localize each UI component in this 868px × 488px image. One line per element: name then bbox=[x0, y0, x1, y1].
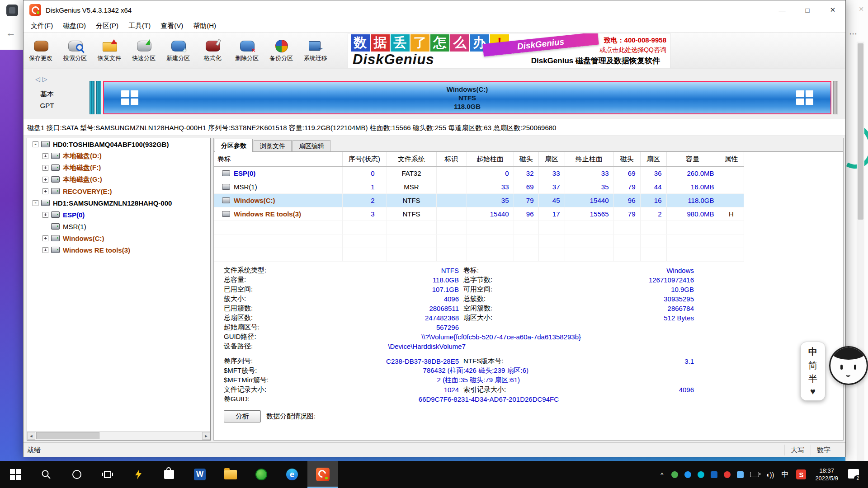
expand-icon[interactable]: + bbox=[42, 247, 48, 253]
disk-nav-arrows[interactable]: ◁▷ bbox=[35, 75, 50, 83]
new-partition-button[interactable]: + 新建分区 bbox=[161, 33, 195, 69]
col-attr[interactable]: 属性 bbox=[719, 152, 744, 167]
col-sector[interactable]: 扇区 bbox=[538, 152, 565, 167]
delete-partition-button[interactable]: × 删除分区 bbox=[230, 33, 264, 69]
prev-disk-icon[interactable]: ◁ bbox=[35, 75, 42, 83]
partition-block-windows-c[interactable]: Windows(C:) NTFS 118.0GB bbox=[103, 81, 831, 114]
tree-item-local-d[interactable]: + 本地磁盘(D:) bbox=[27, 150, 210, 162]
sogou-icon[interactable]: S bbox=[796, 469, 806, 479]
tree-item-recovery-e[interactable]: + RECOVERY(E:) bbox=[27, 185, 210, 197]
volume-icon[interactable]: ◖)) bbox=[765, 471, 774, 479]
partition-block-re-tools[interactable] bbox=[833, 81, 838, 114]
tree-item-local-g[interactable]: + 本地磁盘(G:) bbox=[27, 174, 210, 185]
tree-item-local-f[interactable]: + 本地磁盘(F:) bbox=[27, 162, 210, 174]
partition-block-esp[interactable] bbox=[90, 81, 94, 114]
col-head[interactable]: 磁头 bbox=[514, 152, 538, 167]
tray-icon-blue[interactable] bbox=[684, 471, 691, 478]
tray-icon-red[interactable] bbox=[724, 471, 731, 478]
expand-icon[interactable]: + bbox=[42, 165, 48, 171]
menu-disk[interactable]: 磁盘(D) bbox=[58, 22, 91, 30]
minimize-button[interactable]: — bbox=[769, 0, 795, 19]
scroll-left-icon[interactable]: ◄ bbox=[27, 432, 35, 440]
ime-mode-halfwidth[interactable]: 半 bbox=[808, 373, 817, 385]
menu-view[interactable]: 查看(V) bbox=[156, 22, 188, 30]
col-sector2[interactable]: 扇区 bbox=[640, 152, 666, 167]
expand-icon[interactable]: + bbox=[42, 177, 48, 183]
partition-row-windows-c-selected[interactable]: Windows(C:) 2 NTFS 35 79 45 15440 96 16 … bbox=[214, 194, 744, 207]
tray-chevron-icon[interactable]: ^ bbox=[656, 471, 668, 478]
heart-icon[interactable]: ♥ bbox=[810, 386, 816, 397]
pinned-app-browser[interactable] bbox=[246, 461, 277, 488]
recover-files-button[interactable]: 恢复文件 bbox=[92, 33, 127, 69]
collapse-icon[interactable]: - bbox=[33, 200, 38, 206]
background-close-icon[interactable]: ✕ bbox=[859, 5, 864, 13]
quick-partition-button[interactable]: 快速分区 bbox=[127, 33, 161, 69]
action-center-button[interactable]: 2 bbox=[848, 469, 861, 480]
banner-qq-link[interactable]: 或点击此处选择QQ咨询 bbox=[599, 46, 666, 54]
partition-row-windows-re[interactable]: Windows RE tools(3) 3 NTFS 15440 96 17 1… bbox=[214, 207, 744, 221]
diskgenius-taskbar-button[interactable] bbox=[307, 461, 338, 488]
expand-icon[interactable]: + bbox=[42, 212, 48, 218]
edge-button[interactable]: e bbox=[277, 461, 307, 488]
col-head2[interactable]: 磁头 bbox=[613, 152, 640, 167]
tree-item-windows-re[interactable]: + Windows RE tools(3) bbox=[27, 244, 210, 256]
tab-browse-files[interactable]: 浏览文件 bbox=[254, 140, 292, 151]
ime-indicator[interactable]: 中 bbox=[781, 470, 788, 479]
tray-icon-qq[interactable] bbox=[711, 471, 717, 478]
col-index-status[interactable]: 序号(状态) bbox=[342, 152, 387, 167]
partition-row-msr[interactable]: MSR(1) 1 MSR 33 69 37 35 79 44 16.0MB bbox=[214, 180, 744, 194]
task-view-button[interactable] bbox=[92, 461, 123, 488]
pinned-app-word[interactable]: W bbox=[184, 461, 215, 488]
menu-help[interactable]: 帮助(H) bbox=[188, 22, 221, 30]
ime-mode-simplified[interactable]: 简 bbox=[808, 359, 817, 371]
start-button[interactable] bbox=[0, 461, 31, 488]
analyze-button[interactable]: 分析 bbox=[224, 410, 261, 422]
tree-item-hd1[interactable]: - HD1:SAMSUNGMZNLN128HAHQ-000 bbox=[27, 197, 210, 209]
format-button[interactable]: 格式化 bbox=[195, 33, 230, 69]
expand-icon[interactable]: + bbox=[42, 235, 48, 241]
backup-partition-button[interactable]: 备份分区 bbox=[264, 33, 298, 69]
system-migration-button[interactable]: → 系统迁移 bbox=[298, 33, 333, 69]
tree-item-windows-c[interactable]: + Windows(C:) bbox=[27, 232, 210, 244]
expand-icon[interactable]: + bbox=[42, 153, 48, 159]
back-arrow-icon[interactable]: ← bbox=[6, 27, 16, 39]
more-icon[interactable]: ⋯ bbox=[849, 29, 857, 39]
menu-tools[interactable]: 工具(T) bbox=[123, 22, 156, 30]
battery-icon[interactable] bbox=[750, 472, 759, 477]
tray-icon-teal[interactable] bbox=[698, 471, 704, 478]
tree-item-hd0[interactable]: - HD0:TOSHIBAMQ04ABF100(932GB) bbox=[27, 138, 210, 150]
taskbar-search-button[interactable] bbox=[31, 461, 61, 488]
tray-icon-green[interactable] bbox=[671, 471, 678, 478]
partition-block-msr[interactable] bbox=[96, 81, 101, 114]
col-end-cylinder[interactable]: 终止柱面 bbox=[565, 152, 613, 167]
col-capacity[interactable]: 容量 bbox=[666, 152, 719, 167]
horizontal-scrollbar[interactable]: ◄ ► bbox=[27, 431, 210, 440]
col-filesystem[interactable]: 文件系统 bbox=[387, 152, 436, 167]
pinned-app-bolt[interactable] bbox=[123, 461, 154, 488]
tab-sector-edit[interactable]: 扇区编辑 bbox=[292, 140, 330, 151]
pinned-app-store[interactable] bbox=[154, 461, 184, 488]
scrollbar-thumb[interactable] bbox=[858, 43, 863, 220]
expand-icon[interactable]: + bbox=[42, 188, 48, 194]
tab-partition-params[interactable]: 分区参数 bbox=[215, 139, 253, 152]
col-start-cylinder[interactable]: 起始柱面 bbox=[467, 152, 514, 167]
menu-file[interactable]: 文件(F) bbox=[26, 22, 58, 30]
partition-row-esp[interactable]: ESP(0) 0 FAT32 0 32 33 33 69 36 260.0MB bbox=[214, 167, 744, 180]
col-volume-label[interactable]: 卷标 bbox=[214, 152, 342, 167]
taskbar-clock[interactable]: 18:37 2022/5/9 bbox=[815, 467, 838, 482]
scroll-right-icon[interactable]: ► bbox=[202, 432, 210, 440]
cortana-button[interactable] bbox=[61, 461, 92, 488]
tree-item-msr[interactable]: MSR(1) bbox=[27, 221, 210, 232]
search-partition-button[interactable]: 搜索分区 bbox=[58, 33, 92, 69]
next-disk-icon[interactable]: ▷ bbox=[42, 75, 50, 83]
scrollbar-thumb[interactable] bbox=[36, 432, 99, 439]
menu-partition[interactable]: 分区(P) bbox=[91, 22, 123, 30]
ad-banner[interactable]: 数 据 丢 了 怎 么 办 ！ DiskGenius DiskGenius 致电… bbox=[348, 33, 670, 68]
tray-icon-snowflake[interactable] bbox=[737, 471, 744, 478]
ime-toolbar[interactable]: 中 简 半 ♥ bbox=[800, 342, 826, 401]
tree-item-esp[interactable]: + ESP(0) bbox=[27, 209, 210, 221]
file-explorer-button[interactable] bbox=[215, 461, 246, 488]
save-changes-button[interactable]: 保存更改 bbox=[24, 33, 58, 69]
ime-mascot-avatar[interactable] bbox=[829, 346, 868, 385]
ime-mode-chinese[interactable]: 中 bbox=[808, 346, 817, 358]
